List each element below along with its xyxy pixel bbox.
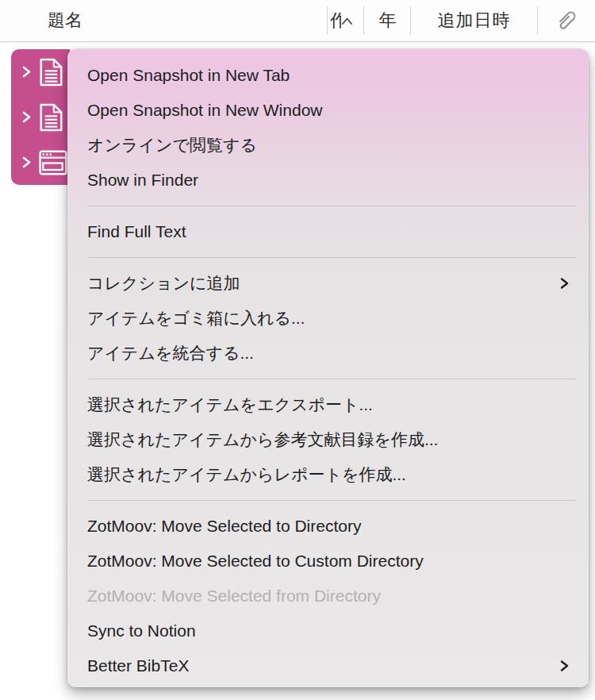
context-menu: Open Snapshot in New Tab Open Snapshot i…: [67, 49, 589, 687]
menu-item-open-snapshot-new-window[interactable]: Open Snapshot in New Window: [67, 93, 589, 128]
menu-item-export-selected-items[interactable]: 選択されたアイテムをエクスポート...: [67, 387, 589, 422]
paperclip-icon: [551, 6, 581, 36]
menu-item-label: 選択されたアイテムをエクスポート...: [87, 394, 570, 416]
chevron-right-icon[interactable]: [21, 156, 32, 169]
menu-separator: [88, 500, 576, 501]
menu-item-zotmoov-move-from-directory: ZotMoov: Move Selected from Directory: [67, 579, 589, 613]
table-row[interactable]: [11, 49, 70, 94]
menu-item-view-online[interactable]: オンラインで閲覧する: [67, 128, 589, 163]
item-list-header: 題名 作成者 年 追加日時: [0, 0, 595, 42]
menu-item-zotmoov-move-to-directory[interactable]: ZotMoov: Move Selected to Directory: [67, 509, 589, 544]
sort-ascending-icon: [341, 17, 353, 25]
menu-item-label: Open Snapshot in New Tab: [87, 66, 570, 85]
table-row[interactable]: [11, 140, 70, 185]
table-row[interactable]: [11, 94, 70, 140]
menu-item-label: Open Snapshot in New Window: [87, 101, 570, 120]
menu-item-label: ZotMoov: Move Selected from Directory: [87, 587, 570, 606]
column-header-creator-label: 作成者: [330, 9, 341, 33]
menu-item-merge-items[interactable]: アイテムを統合する...: [67, 336, 589, 371]
menu-separator: [88, 257, 576, 258]
chevron-right-icon[interactable]: [21, 110, 32, 124]
menu-item-better-bibtex[interactable]: Better BibTeX: [67, 648, 589, 683]
column-header-date-added[interactable]: 追加日時: [411, 0, 537, 41]
menu-item-label: Sync to Notion: [87, 621, 570, 640]
menu-item-find-full-text[interactable]: Find Full Text: [67, 214, 589, 249]
column-header-year[interactable]: 年: [364, 0, 411, 41]
menu-item-label: ZotMoov: Move Selected to Custom Directo…: [87, 552, 570, 571]
column-divider[interactable]: [327, 6, 328, 35]
menu-item-show-in-finder[interactable]: Show in Finder: [67, 163, 589, 198]
menu-separator: [88, 379, 576, 379]
menu-item-zotmoov-move-to-custom-directory[interactable]: ZotMoov: Move Selected to Custom Directo…: [67, 544, 589, 579]
chevron-right-icon[interactable]: [21, 65, 32, 79]
webpage-snapshot-icon: [39, 150, 67, 175]
submenu-chevron-icon: [559, 276, 570, 290]
menu-item-move-to-trash[interactable]: アイテムをゴミ箱に入れる...: [67, 301, 589, 336]
menu-item-label: アイテムをゴミ箱に入れる...: [87, 307, 570, 329]
column-header-attachment[interactable]: [537, 0, 595, 41]
document-icon: [39, 58, 63, 87]
submenu-chevron-icon: [559, 659, 570, 673]
menu-item-open-snapshot-new-tab[interactable]: Open Snapshot in New Tab: [67, 58, 589, 93]
menu-item-create-report[interactable]: 選択されたアイテムからレポートを作成...: [67, 457, 589, 492]
menu-item-sync-to-notion[interactable]: Sync to Notion: [67, 613, 589, 648]
selected-item-rows: [11, 49, 70, 185]
menu-item-label: コレクションに追加: [87, 272, 550, 294]
column-header-title[interactable]: 題名: [48, 0, 83, 41]
menu-item-create-bibliography[interactable]: 選択されたアイテムから参考文献目録を作成...: [67, 422, 589, 457]
document-icon: [39, 103, 63, 132]
menu-item-label: Find Full Text: [87, 222, 570, 241]
menu-item-label: 選択されたアイテムからレポートを作成...: [87, 463, 570, 486]
menu-separator: [88, 206, 576, 206]
menu-item-add-to-collection[interactable]: コレクションに追加: [67, 266, 589, 301]
menu-item-label: ZotMoov: Move Selected to Directory: [87, 517, 570, 536]
menu-item-label: アイテムを統合する...: [87, 342, 570, 364]
column-header-creator[interactable]: 作成者: [330, 0, 363, 41]
menu-item-label: Show in Finder: [87, 171, 570, 190]
menu-item-label: オンラインで閲覧する: [87, 134, 570, 156]
menu-item-label: Better BibTeX: [87, 656, 550, 675]
menu-item-label: 選択されたアイテムから参考文献目録を作成...: [87, 429, 570, 451]
